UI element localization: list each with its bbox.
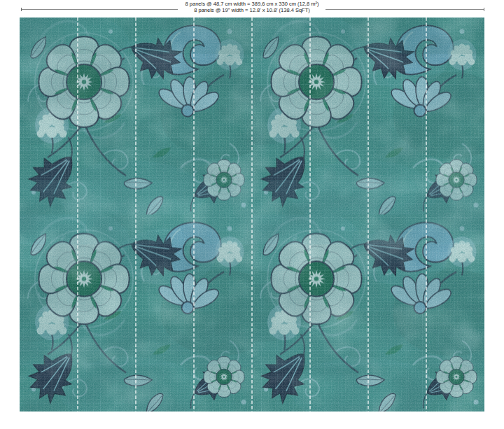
wallpaper-panel-preview: 8 panels @ 48,7 cm width = 389,6 cm x 33…: [0, 0, 504, 429]
imperial-dimensions-label: 8 panels @ 19" width = 12.8' x 10.8' (13…: [0, 7, 504, 13]
wallpaper-pattern-image: [20, 17, 484, 412]
dimension-header: 8 panels @ 48,7 cm width = 389,6 cm x 33…: [0, 0, 504, 17]
dimension-labels: 8 panels @ 48,7 cm width = 389,6 cm x 33…: [0, 1, 504, 13]
metric-dimensions-label: 8 panels @ 48,7 cm width = 389,6 cm x 33…: [0, 1, 504, 7]
wallpaper-preview: [20, 17, 484, 412]
